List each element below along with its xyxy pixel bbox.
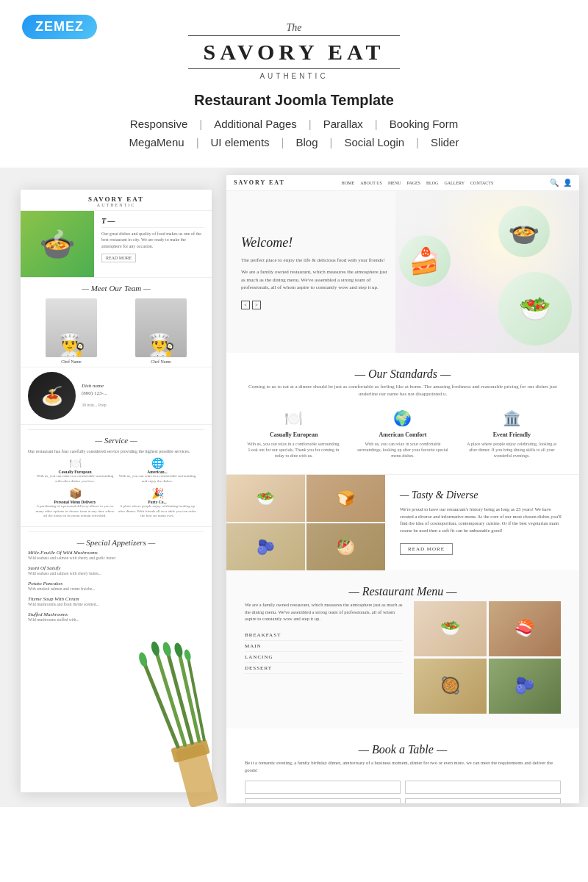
form-date-input[interactable] xyxy=(405,781,561,794)
lp-team-photo-1 xyxy=(46,298,97,357)
lp-team-member-2: Chef Name xyxy=(118,298,204,364)
feature-slider: Slider xyxy=(425,135,465,150)
lp-read-more[interactable]: READ MORE xyxy=(101,254,136,262)
rp-tasty: 🥗 🍞 🫐 🥙 Tasty & Diverse We're proud to h… xyxy=(226,475,579,570)
appetizer-desc-4: Wild mushrooms and fresh thyme scented..… xyxy=(28,602,204,607)
lp-hero-image xyxy=(21,211,94,277)
lp-appetizer-4: Thyme Soup With Cream Wild mushrooms and… xyxy=(28,596,204,607)
feature-megamenu: MegaMenu xyxy=(123,135,190,150)
service-desc-4: A place where people enjoy celebrating l… xyxy=(118,504,197,519)
rp-nav-icons: 🔍 👤 xyxy=(550,179,572,187)
food-tile-4: 🥙 xyxy=(306,523,385,570)
menu-category-breakfast[interactable]: BREAKFAST xyxy=(245,630,403,641)
standard-name-1: Casually European xyxy=(245,431,343,438)
nav-gallery[interactable]: GALLERY xyxy=(444,181,465,185)
lp-dish-info: Dish name (800) 123-... 30 min... Prep xyxy=(82,383,204,409)
feature-booking: Booking Form xyxy=(384,116,464,132)
rp-brand: SAVORY EAT xyxy=(234,179,285,186)
appetizer-desc-5: Wild mushrooms stuffed with... xyxy=(28,617,204,623)
delivery-icon: 📦 xyxy=(69,488,82,499)
rp-slider-dots: < > xyxy=(241,301,388,309)
menu-category-lancing[interactable]: LANCING xyxy=(245,652,403,663)
casually-european-icon: 🍽️ xyxy=(245,409,343,427)
standard-name-3: Event Friendly xyxy=(463,431,561,438)
nav-menu[interactable]: MENU xyxy=(388,181,401,185)
nav-blog[interactable]: BLOG xyxy=(426,181,438,185)
menu-desc: We are a family owned restaurant, which … xyxy=(245,601,403,623)
user-icon[interactable]: 👤 xyxy=(563,179,572,187)
tasty-read-more[interactable]: READ MORE xyxy=(400,543,453,555)
lp-service-item-1: 🍽️ Casually European With us, you can re… xyxy=(35,456,115,484)
rp-book-form: SEND CLEAR xyxy=(245,781,561,803)
menu-photo-4: 🫐 xyxy=(489,659,562,714)
nav-pages[interactable]: PAGES xyxy=(407,181,420,185)
nav-about[interactable]: ABOUT US xyxy=(360,181,382,185)
header: ZEMEZ The SAVORY EAT AUTHENTIC Restauran… xyxy=(0,0,588,160)
lp-authentic: AUTHENTIC xyxy=(21,203,212,207)
nav-home[interactable]: HOME xyxy=(342,181,355,185)
rp-hero: Welcome! The perfect place to enjoy the … xyxy=(226,191,579,353)
lp-team-name-2: Chef Name xyxy=(151,359,171,364)
dish-time: 30 min... Prep xyxy=(82,403,107,407)
lp-team: Chef Name Chef Name xyxy=(21,295,212,367)
dish-name: Dish name xyxy=(82,383,204,389)
standards-grid: 🍽️ Casually European With us, you can re… xyxy=(245,409,561,459)
tasty-desc: We're proud to have our restaurant's his… xyxy=(400,506,564,534)
sep-5: | xyxy=(276,135,290,150)
party-icon: 🎉 xyxy=(151,488,164,499)
rp-menu-section: Restaurant Menu We are a family owned re… xyxy=(226,570,579,728)
food-tile-2: 🍞 xyxy=(306,475,385,522)
form-guests-input[interactable] xyxy=(405,798,561,803)
preview-area: SAVORY EAT AUTHENTIC T — Our great dishe… xyxy=(0,168,588,807)
event-friendly-icon: 🏛️ xyxy=(463,409,561,427)
sep-3: | xyxy=(369,116,384,132)
lp-hero-text: T — Our great dishes and quality of food… xyxy=(94,211,212,277)
lp-service-section: Service Our restaurant has four carefull… xyxy=(21,424,212,526)
right-panel: SAVORY EAT HOME ABOUT US MENU PAGES BLOG… xyxy=(226,175,579,803)
lp-service-title: Service xyxy=(28,429,204,448)
rp-standards: Our Standards Coming to us to eat at a d… xyxy=(226,353,579,475)
lp-service-item-4: 🎉 Party Co... A place where people enjoy… xyxy=(118,487,197,519)
rp-hero-body: We are a family owned restaurant, which … xyxy=(241,268,388,292)
brand-name: SAVORY EAT xyxy=(188,35,399,69)
lp-appetizer-1: Mille-Feuille Of Wild Mushrooms Wild sea… xyxy=(28,550,204,561)
rp-hero-content: Welcome! The perfect place to enjoy the … xyxy=(226,191,403,353)
sep-2: | xyxy=(303,116,318,132)
menu-category-dessert[interactable]: DESSERT xyxy=(245,663,403,674)
rp-book-section: Book a Table Be it a romantic evening, a… xyxy=(226,728,579,803)
standard-desc-2: With us, you can relax in your comfortab… xyxy=(354,441,451,459)
nav-contacts[interactable]: CONTACTS xyxy=(470,181,493,185)
rp-tasty-food: 🥗 🍞 🫐 🥙 xyxy=(226,475,385,570)
standards-heading: Our Standards xyxy=(245,368,561,381)
slider-next[interactable]: > xyxy=(252,301,261,309)
feature-ui: UI elements xyxy=(205,135,276,150)
lp-appetizer-2: Sushi Of Salsify Wild seabass and salmon… xyxy=(28,565,204,576)
form-row-2 xyxy=(245,798,561,803)
lp-brand-name: SAVORY EAT xyxy=(21,196,212,203)
booking-heading: Book a Table xyxy=(245,743,561,756)
lp-appetizer-3: Potato Pancakes With smoked salmon and c… xyxy=(28,581,204,592)
form-email-input[interactable] xyxy=(245,798,401,803)
menu-category-main[interactable]: MAIN xyxy=(245,641,403,652)
booking-desc: Be it a romantic evening, a family birth… xyxy=(245,759,561,774)
dish-price: (800) 123-... xyxy=(82,390,204,396)
slider-prev[interactable]: < xyxy=(241,301,250,309)
lp-header: SAVORY EAT AUTHENTIC xyxy=(21,190,212,211)
lp-dish-image: 🍝 xyxy=(28,372,76,420)
food-circle-1: 🍲 xyxy=(498,206,550,257)
rp-nav: SAVORY EAT HOME ABOUT US MENU PAGES BLOG… xyxy=(226,175,579,191)
feature-social: Social Login xyxy=(338,135,410,150)
rp-menu-layout: We are a family owned restaurant, which … xyxy=(245,601,561,714)
rp-hero-food-visual: 🍲 🥗 🍰 xyxy=(395,191,579,353)
standards-sub: Coming to us to eat at a dinner should b… xyxy=(245,384,561,398)
zemez-logo[interactable]: ZEMEZ xyxy=(22,15,97,39)
lp-appetizers-title: Special Appetizers xyxy=(28,531,204,550)
food-tile-3: 🫐 xyxy=(226,523,305,570)
form-name-input[interactable] xyxy=(245,781,401,794)
appetizer-name-3: Potato Pancakes xyxy=(28,581,204,587)
search-icon[interactable]: 🔍 xyxy=(550,179,559,187)
casually-european-icon: 🍽️ xyxy=(69,458,82,469)
form-row-1 xyxy=(245,781,561,794)
authentic-text: AUTHENTIC xyxy=(188,72,399,80)
food-circle-2: 🥗 xyxy=(498,272,572,345)
